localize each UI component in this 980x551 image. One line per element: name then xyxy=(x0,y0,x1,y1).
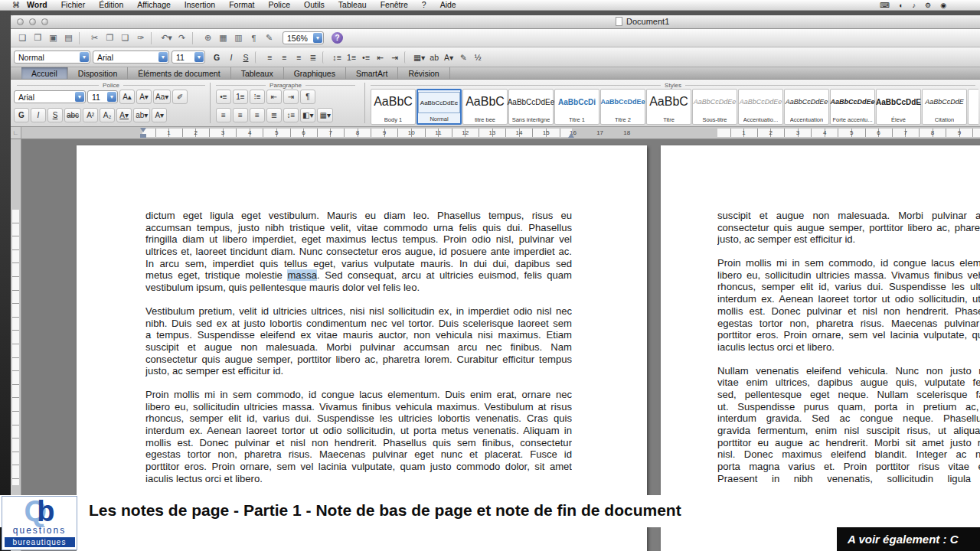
style-card-forte-accentuation[interactable]: AaBbCcDdEe Forte accentu... xyxy=(830,89,875,125)
menu-item-word[interactable]: Word xyxy=(20,0,54,10)
spotlight-menu-icon[interactable]: ◉ xyxy=(940,2,946,9)
borders-button[interactable]: ▦▾ xyxy=(412,51,426,64)
menu-item[interactable]: Affichage xyxy=(130,0,178,10)
menu-item[interactable]: Outils xyxy=(297,0,332,10)
settings-menu-icon[interactable]: ⚙ xyxy=(925,2,931,9)
tab-disposition[interactable]: Disposition xyxy=(68,67,128,79)
font-size-combo[interactable]: 11 ▼ xyxy=(172,51,205,64)
align-center-button[interactable]: ≡ xyxy=(233,108,248,122)
title-bar[interactable]: Document1 xyxy=(11,15,980,29)
draw-icon[interactable]: ✎ xyxy=(262,31,276,45)
style-card-sous-titre[interactable]: AaBbCcDdEe Sous-titre xyxy=(692,89,737,125)
style-card-citation[interactable]: AaBbCcDdE Citation xyxy=(922,89,967,125)
justify-button[interactable]: ≣ xyxy=(306,51,320,64)
decrease-indent-button[interactable]: ⇤ xyxy=(266,90,282,104)
bullets-button[interactable]: •≡ xyxy=(359,51,373,64)
underline-style-button[interactable]: A▾ xyxy=(116,108,132,122)
style-card-sans-interligne[interactable]: AaBbCcDdEe Sans interligne xyxy=(508,89,554,125)
help-button[interactable]: ? xyxy=(332,32,343,44)
show-marks-button[interactable]: ¶ xyxy=(300,90,315,104)
italic-button[interactable]: I xyxy=(224,51,238,64)
highlight-pen-icon[interactable]: ✐ xyxy=(172,90,188,104)
change-case-button[interactable]: Aa▾ xyxy=(153,90,171,104)
tab-elements-de-document[interactable]: Éléments de document xyxy=(128,67,230,79)
keyboard-menu-icon[interactable]: ⌨ xyxy=(880,2,890,9)
zoom-button[interactable] xyxy=(41,18,48,25)
align-center-button[interactable]: ≡ xyxy=(277,51,291,64)
combo-arrow-icon[interactable]: ▼ xyxy=(194,52,204,62)
cut-icon[interactable]: ✂ xyxy=(87,31,102,45)
superscript-button[interactable]: A² xyxy=(83,108,98,122)
new-document-icon[interactable]: ❑ xyxy=(15,31,30,45)
align-right-button[interactable]: ≡ xyxy=(292,51,305,64)
redo-icon[interactable]: ↷ xyxy=(175,31,189,45)
copy-icon[interactable]: ❐ xyxy=(103,31,117,45)
menu-item[interactable]: Aide xyxy=(433,0,463,10)
apple-menu-icon[interactable]: ⌘ xyxy=(12,1,20,9)
combo-arrow-icon[interactable]: ▼ xyxy=(107,92,116,102)
style-card-titre-1[interactable]: AaBbCcDi Titre 1 xyxy=(554,89,599,125)
multilevel-list-button[interactable]: ⁝≡ xyxy=(250,90,265,104)
zoom-combo[interactable]: 156% ▼ xyxy=(283,31,324,44)
tab-revision[interactable]: Révision xyxy=(398,67,449,79)
menu-item[interactable]: Fichier xyxy=(54,0,93,10)
selected-text[interactable]: massa xyxy=(287,269,317,281)
menu-item[interactable]: Tableau xyxy=(332,0,374,10)
fraction-button[interactable]: ½ xyxy=(471,51,485,64)
align-right-button[interactable]: ≡ xyxy=(250,108,265,122)
paste-icon[interactable]: ❏ xyxy=(118,31,132,45)
increase-indent-button[interactable]: ⇥ xyxy=(388,51,402,64)
tab-smartart[interactable]: SmartArt xyxy=(346,67,398,79)
menu-item[interactable]: Édition xyxy=(92,0,130,10)
sound-menu-icon[interactable]: ♪ xyxy=(913,2,916,9)
font-combo[interactable]: Arial ▼ xyxy=(93,51,169,64)
line-spacing-button[interactable]: ↕≡ xyxy=(283,108,299,122)
right-indent-marker[interactable] xyxy=(568,133,574,138)
style-card-accentuation[interactable]: AaBbCcDdEe Accentuation xyxy=(784,89,829,125)
italic-button[interactable]: I xyxy=(31,108,46,122)
table-icon[interactable]: ▦ xyxy=(216,31,230,45)
tab-accueil[interactable]: Accueil xyxy=(21,67,68,79)
minimize-button[interactable] xyxy=(29,18,36,25)
style-card-normal[interactable]: AaBbCcDdEe Normal xyxy=(416,89,462,125)
style-combo[interactable]: Normal ▼ xyxy=(14,51,90,64)
first-line-indent-marker[interactable] xyxy=(140,128,146,132)
underline-button[interactable]: S xyxy=(47,108,63,122)
hyperlink-icon[interactable]: ⊕ xyxy=(201,31,215,45)
print-icon[interactable]: ▤ xyxy=(61,31,76,45)
justify-button[interactable]: ≣ xyxy=(266,108,282,122)
shrink-font-button[interactable]: A▾ xyxy=(136,90,152,104)
display-menu-icon[interactable]: ◐ xyxy=(899,2,903,9)
align-left-button[interactable]: ≡ xyxy=(263,51,276,64)
decrease-indent-button[interactable]: ⇤ xyxy=(374,51,387,64)
combo-arrow-icon[interactable]: ▼ xyxy=(75,92,84,102)
grow-font-button[interactable]: A▴ xyxy=(119,90,135,104)
increase-indent-button[interactable]: ⇥ xyxy=(283,90,299,104)
subscript-button[interactable]: A₂ xyxy=(100,108,115,122)
bullets-button[interactable]: •≡ xyxy=(216,90,231,104)
font-color-button[interactable]: A▾ xyxy=(442,51,456,64)
document-page-1[interactable]: dictum eget ligula eget vestibulum. Maur… xyxy=(77,145,647,551)
save-icon[interactable]: ▣ xyxy=(46,31,60,45)
highlight-button[interactable]: ab xyxy=(427,51,441,64)
menu-item[interactable]: Police xyxy=(261,0,297,10)
bold-button[interactable]: G xyxy=(14,108,29,122)
format-painter-icon[interactable]: ✑ xyxy=(133,31,148,45)
style-card-titre-bee[interactable]: AaBbC titre bee xyxy=(462,89,508,125)
style-card-citation-intense[interactable]: AaBb Citatio xyxy=(968,89,978,125)
combo-arrow-icon[interactable]: ▼ xyxy=(313,33,322,43)
left-indent-marker[interactable] xyxy=(140,134,146,138)
menu-item[interactable]: Fenêtre xyxy=(374,0,415,10)
menu-item[interactable]: Insertion xyxy=(178,0,222,10)
columns-icon[interactable]: ▥ xyxy=(231,31,246,45)
strikethrough-button[interactable]: abc xyxy=(64,108,81,122)
ribbon-font-combo[interactable]: Arial ▼ xyxy=(14,90,86,103)
combo-arrow-icon[interactable]: ▼ xyxy=(80,52,89,62)
document-page-2[interactable]: suscipit et augue non malesuada. Morbi p… xyxy=(661,145,980,551)
font-color-button[interactable]: A▾ xyxy=(152,108,167,122)
horizontal-ruler[interactable]: 123456789101112131415161718 123456789 xyxy=(21,127,980,139)
style-card-eleve[interactable]: AaBbCcDdE Élevé xyxy=(876,89,921,125)
style-card-accentuation-subtile[interactable]: AaBbCcDdEe Accentuatio... xyxy=(738,89,783,125)
numbering-button[interactable]: 1≡ xyxy=(233,90,248,104)
underline-button[interactable]: S xyxy=(239,51,253,64)
